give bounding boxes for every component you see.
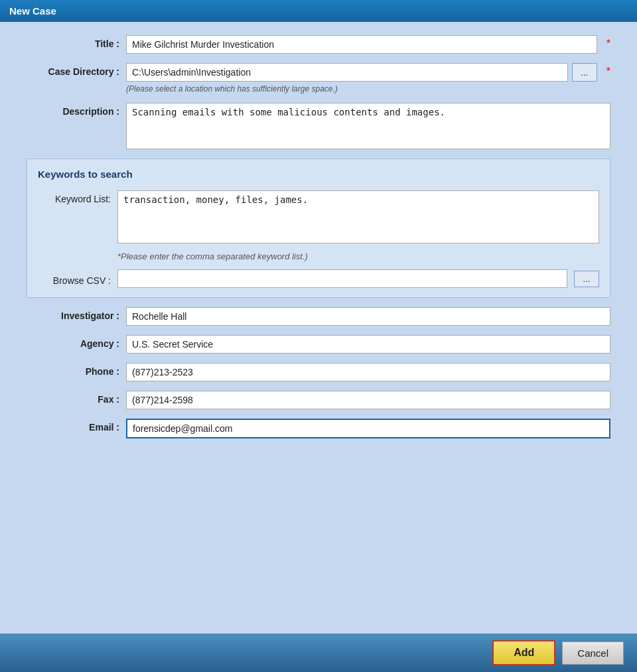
keyword-list-textarea[interactable]: transaction, money, files, james. [117, 190, 599, 243]
title-required: * [604, 35, 610, 50]
title-input[interactable] [126, 35, 597, 54]
fax-label: Fax : [27, 391, 119, 405]
keyword-hint: *Please enter the comma separated keywor… [117, 251, 599, 261]
description-label: Description : [27, 103, 119, 117]
keywords-title: Keywords to search [38, 168, 599, 180]
title-row: Title : * [27, 35, 610, 54]
email-row: Email : [27, 419, 610, 438]
case-directory-input[interactable] [126, 63, 568, 82]
case-directory-row: Case Directory : ... (Please select a lo… [27, 63, 610, 94]
footer-bar: Add Cancel [0, 634, 637, 672]
browse-csv-row: Browse CSV : ... [38, 269, 599, 288]
title-label: Title : [27, 35, 119, 49]
phone-label: Phone : [27, 363, 119, 377]
investigator-label: Investigator : [27, 307, 119, 321]
fax-row: Fax : [27, 391, 610, 409]
case-directory-hint: (Please select a location which has suff… [126, 84, 597, 94]
title-bar: New Case [0, 0, 637, 22]
case-directory-browse-button[interactable]: ... [572, 63, 597, 82]
phone-input[interactable] [126, 363, 610, 381]
browse-csv-button[interactable]: ... [574, 271, 599, 287]
agency-input[interactable] [126, 335, 610, 354]
case-directory-input-group: ... [126, 63, 597, 82]
description-row: Description : Scanning emails with some … [27, 103, 610, 149]
phone-row: Phone : [27, 363, 610, 381]
fax-input[interactable] [126, 391, 610, 409]
investigator-row: Investigator : [27, 307, 610, 326]
add-button[interactable]: Add [492, 640, 555, 665]
case-directory-label: Case Directory : [27, 63, 119, 77]
browse-csv-input[interactable] [117, 269, 567, 288]
keywords-section: Keywords to search Keyword List: transac… [27, 159, 610, 298]
window-title: New Case [9, 5, 56, 17]
keyword-list-label: Keyword List: [38, 190, 111, 204]
investigator-input[interactable] [126, 307, 610, 326]
keyword-list-row: Keyword List: transaction, money, files,… [38, 190, 599, 243]
browse-csv-label: Browse CSV : [38, 272, 111, 286]
form-container: Title : * Case Directory : ... (Please s… [0, 22, 637, 634]
email-input[interactable] [126, 419, 610, 438]
email-label: Email : [27, 419, 119, 433]
agency-label: Agency : [27, 335, 119, 349]
case-directory-required: * [604, 63, 610, 78]
description-textarea[interactable]: Scanning emails with some malicious cont… [126, 103, 610, 149]
agency-row: Agency : [27, 335, 610, 354]
cancel-button[interactable]: Cancel [562, 641, 624, 665]
case-directory-group: ... (Please select a location which has … [126, 63, 597, 94]
